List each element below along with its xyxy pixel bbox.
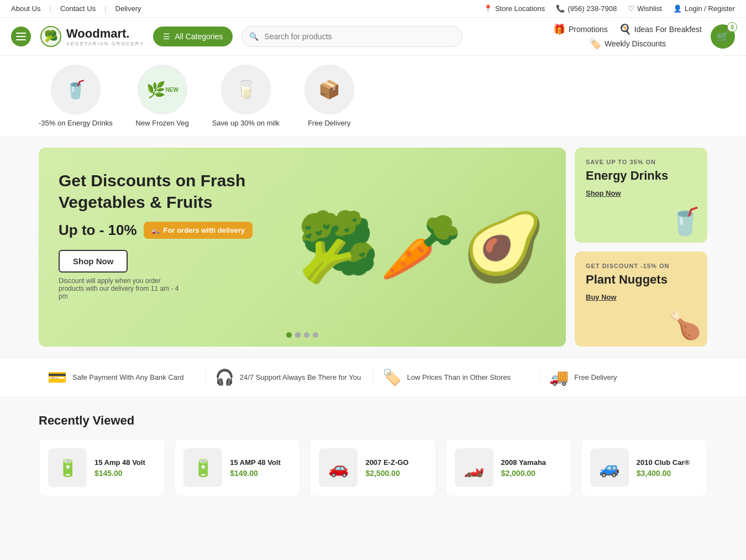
heart-icon: ♡ [628, 4, 634, 13]
hero-dot-4[interactable] [313, 332, 318, 338]
product-price-4: $3,400.00 [637, 469, 690, 478]
login-link[interactable]: 👤 Login / Register [673, 4, 735, 13]
category-energy-drinks[interactable]: 🥤 -35% on Energy Drinks [39, 65, 113, 127]
logo-icon: 🥦 [40, 25, 62, 48]
free-delivery-icon: 📦 [306, 66, 353, 113]
phone-label: (956) 238-7908 [568, 4, 617, 13]
hero-dot-3[interactable] [304, 332, 309, 338]
nuggets-banner-title: Plant Nuggets [586, 273, 696, 287]
energy-banner-title: Energy Drinks [586, 169, 696, 183]
plant-nuggets-banner: GET DISCOUNT -15% ON Plant Nuggets Buy N… [575, 252, 707, 347]
promotions-link[interactable]: 🎁 Promotions [553, 23, 608, 35]
product-info-4: 2010 Club Car® $3,400.00 [637, 458, 690, 478]
logo[interactable]: 🥦 Woodmart. VEGETARIAN GROCERY [40, 25, 144, 48]
product-info-0: 15 Amp 48 Volt $145.00 [94, 458, 145, 478]
recently-viewed-section: Recently Viewed 🔋 15 Amp 48 Volt $145.00… [0, 397, 746, 513]
energy-banner-image: 🥤 [669, 206, 702, 237]
product-name-0: 15 Amp 48 Volt [94, 458, 145, 467]
feature-free-delivery: 🚚 Free Delivery [540, 368, 707, 386]
category-milk-label: Save up 30% on milk [212, 119, 280, 127]
category-milk-img: 🥛 [221, 65, 271, 114]
ideas-icon: 🍳 [619, 23, 631, 35]
hero-discount-row: Up to - 10% 🚚 For orders with delivery [59, 222, 280, 239]
user-icon: 👤 [673, 4, 682, 13]
product-price-0: $145.00 [94, 469, 145, 478]
feature-support-text: 24/7 Support Always Be There for You [240, 373, 361, 381]
product-thumb-3: 🏎️ [455, 448, 493, 487]
product-grid: 🔋 15 Amp 48 Volt $145.00 🔋 15 AMP 48 Vol… [39, 439, 707, 496]
energy-drinks-icon: 🥤 [52, 66, 99, 113]
main-content: Get Discounts on Frash Vegetables & Frui… [0, 137, 746, 358]
promotions-label: Promotions [569, 25, 608, 34]
product-card-1[interactable]: 🔋 15 AMP 48 Volt $149.00 [174, 439, 301, 496]
feature-payment: 💳 Safe Payment With Any Bank Card [39, 368, 206, 386]
nav-top-row: 🎁 Promotions 🍳 Ideas For Breakfest [553, 23, 702, 35]
nav-right: 🎁 Promotions 🍳 Ideas For Breakfest 🏷️ We… [553, 23, 702, 50]
cart-badge: 0 [727, 22, 737, 32]
product-card-3[interactable]: 🏎️ 2008 Yamaha $2,000.00 [445, 439, 572, 496]
hero-shop-now-button[interactable]: Shop Now [59, 250, 128, 273]
product-price-3: $2,000.00 [501, 469, 546, 478]
category-frozen-veg-img: 🌿NEW [138, 65, 187, 114]
hero-dots [286, 332, 318, 338]
category-free-delivery[interactable]: 📦 Free Delivery [302, 65, 357, 127]
recently-viewed-title: Recently Viewed [39, 414, 707, 428]
divider-1: | [49, 4, 51, 13]
hero-content: Get Discounts on Frash Vegetables & Frui… [59, 170, 280, 300]
logo-text: Woodmart. VEGETARIAN GROCERY [66, 27, 144, 46]
phone-link[interactable]: 📞 (956) 238-7908 [556, 4, 617, 13]
frozen-veg-icon: 🌿NEW [139, 66, 186, 113]
all-categories-button[interactable]: ☰ All Categories [153, 27, 233, 46]
milk-icon: 🥛 [222, 66, 270, 113]
hero-badge-text: For orders with delivery [164, 226, 245, 234]
delivery-link[interactable]: Delivery [115, 4, 141, 13]
energy-shop-now-link[interactable]: Shop Now [586, 189, 621, 197]
product-card-2[interactable]: 🚗 2007 E-Z-GO $2,500.00 [309, 439, 436, 496]
feature-support: 🎧 24/7 Support Always Be There for You [206, 368, 374, 386]
product-name-1: 15 AMP 48 Volt [230, 458, 281, 467]
menu-toggle-button[interactable] [11, 27, 31, 46]
product-thumb-0: 🔋 [48, 448, 87, 487]
category-free-delivery-label: Free Delivery [308, 119, 350, 127]
cart-button[interactable]: 🛒 0 [711, 24, 735, 49]
category-milk[interactable]: 🥛 Save up 30% on milk [212, 65, 280, 127]
top-bar: About Us | Contact Us | Delivery 📍 Store… [0, 0, 746, 18]
store-locations-label: Store Locations [495, 4, 545, 13]
weekly-discounts-link[interactable]: 🏷️ Weekly Discounts [589, 38, 666, 50]
hamburger-icon [16, 33, 26, 40]
product-card-0[interactable]: 🔋 15 Amp 48 Volt $145.00 [39, 439, 165, 496]
weekly-icon: 🏷️ [589, 38, 601, 50]
energy-banner-label: SAVE UP TO 35% ON [586, 159, 696, 165]
category-frozen-veg[interactable]: 🌿NEW New Frozen Veg [135, 65, 190, 127]
nav-bottom-row: 🏷️ Weekly Discounts [589, 38, 666, 50]
side-banners: SAVE UP TO 35% ON Energy Drinks Shop Now… [575, 148, 707, 347]
product-info-3: 2008 Yamaha $2,000.00 [501, 458, 546, 478]
contact-us-link[interactable]: Contact Us [60, 4, 96, 13]
promotions-icon: 🎁 [553, 23, 565, 35]
ideas-link[interactable]: 🍳 Ideas For Breakfest [619, 23, 702, 35]
features-bar: 💳 Safe Payment With Any Bank Card 🎧 24/7… [0, 358, 746, 397]
product-price-1: $149.00 [230, 469, 281, 478]
energy-drinks-banner: SAVE UP TO 35% ON Energy Drinks Shop Now… [575, 148, 707, 243]
search-input[interactable] [241, 26, 463, 47]
nuggets-banner-image: 🍗 [669, 310, 702, 341]
nuggets-buy-now-link[interactable]: Buy Now [586, 293, 617, 301]
categories-grid-icon: ☰ [163, 32, 170, 41]
product-card-4[interactable]: 🚙 2010 Club Car® $3,400.00 [581, 439, 707, 496]
hero-dot-2[interactable] [295, 332, 301, 338]
product-name-4: 2010 Club Car® [637, 458, 690, 467]
hero-image: 🥦🥕🥑 [276, 148, 566, 347]
product-thumb-1: 🔋 [183, 448, 222, 487]
wishlist-link[interactable]: ♡ Wishlist [628, 4, 662, 13]
cart-icon: 🛒 [717, 30, 729, 43]
delivery-icon: 🚚 [549, 368, 569, 386]
store-locations-link[interactable]: 📍 Store Locations [484, 4, 545, 13]
about-us-link[interactable]: About Us [11, 4, 40, 13]
product-thumb-2: 🚗 [319, 448, 358, 487]
ideas-label: Ideas For Breakfest [634, 25, 702, 34]
divider-2: | [104, 4, 106, 13]
hero-dot-1[interactable] [286, 332, 292, 338]
header: 🥦 Woodmart. VEGETARIAN GROCERY ☰ All Cat… [0, 18, 746, 56]
feature-low-prices: 🏷️ Low Prices Than in Other Stores [374, 368, 541, 386]
feature-free-delivery-text: Free Delivery [574, 373, 617, 381]
